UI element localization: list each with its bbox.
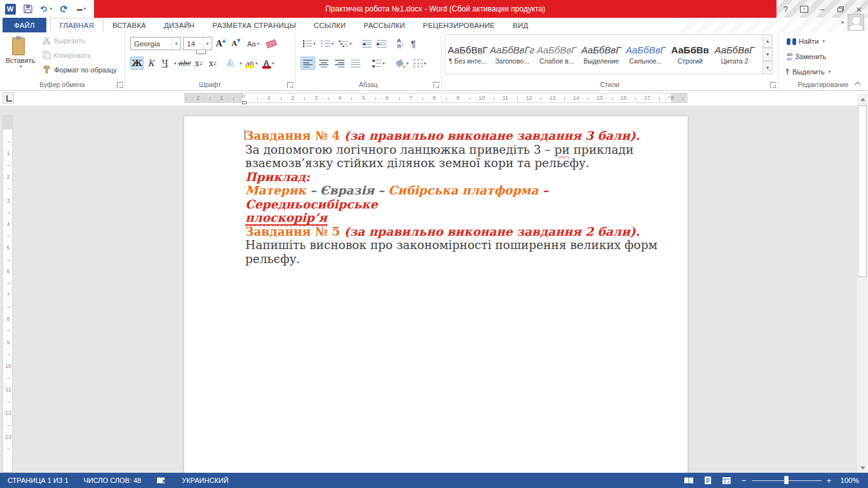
strikethrough-button[interactable]: abc	[178, 57, 192, 70]
font-size-combo[interactable]: 14▾	[183, 37, 212, 50]
tab-дизайн[interactable]: ДИЗАЙН	[155, 18, 203, 32]
undo-dropdown-caret[interactable]: ▾	[50, 6, 52, 11]
copy-button[interactable]: Копировать	[39, 49, 120, 61]
print-layout-button[interactable]	[698, 473, 717, 488]
zoom-out-button[interactable]: −	[736, 476, 752, 485]
align-left-button[interactable]	[301, 57, 315, 70]
paste-dropdown-caret[interactable]: ▾	[20, 64, 22, 69]
tab-рассылки[interactable]: РАССЫЛКИ	[355, 18, 414, 32]
document-text[interactable]: Завдання № 4 (за правильно виконане завд…	[245, 129, 672, 266]
find-button[interactable]: Найти▾	[783, 36, 834, 47]
style--без-инте-[interactable]: АаБбВвГ¶ Без инте...	[445, 35, 490, 74]
document-line[interactable]: взаємозв’язку стійких ділянок земної кор…	[245, 156, 672, 170]
collapse-ribbon-button[interactable]	[855, 81, 860, 86]
zoom-slider-thumb[interactable]	[784, 476, 789, 484]
style-заголово-[interactable]: АаБбВвГгЗаголово...	[490, 35, 534, 74]
undo-icon[interactable]: ▾	[39, 3, 52, 15]
font-dialog-launcher[interactable]	[287, 82, 294, 88]
ribbon-display-options-button[interactable]: ↑	[796, 2, 812, 16]
text-effects-button[interactable]: А	[224, 57, 237, 70]
subscript-button[interactable]: x2	[192, 57, 205, 70]
styles-more-button[interactable]: ▼̲	[763, 61, 773, 74]
underline-button[interactable]: Ч	[158, 57, 172, 70]
document-line[interactable]: Материк – Євразія – Сибірська платформа …	[245, 184, 672, 211]
word-logo-icon[interactable]: W	[4, 3, 17, 15]
right-indent-marker[interactable]	[667, 97, 672, 100]
proofing-status[interactable]	[149, 473, 174, 488]
web-layout-button[interactable]	[717, 473, 736, 488]
tab-главная[interactable]: ГЛАВНАЯ	[50, 18, 104, 32]
user-avatar[interactable]	[848, 14, 864, 30]
bullets-button[interactable]: ▾	[301, 37, 318, 50]
styles-dialog-launcher[interactable]	[770, 82, 776, 88]
italic-button[interactable]: К	[144, 57, 158, 70]
save-icon[interactable]	[22, 3, 34, 15]
redo-icon[interactable]	[57, 3, 70, 15]
document-line[interactable]: Приклад:	[245, 170, 672, 184]
shrink-font-button[interactable]: A▼	[229, 37, 243, 50]
format-painter-button[interactable]: Формат по образцу	[39, 64, 120, 76]
borders-button[interactable]: ▾	[412, 57, 428, 70]
shading-button[interactable]: ▾	[393, 57, 411, 70]
styles-scroll-down-button[interactable]: ▼	[763, 48, 773, 61]
zoom-level[interactable]: 100%	[837, 477, 868, 484]
tab-рецензирование[interactable]: РЕЦЕНЗИРОВАНИЕ	[414, 18, 504, 32]
sort-button[interactable]: АЯ↓	[395, 37, 407, 50]
line-spacing-button[interactable]: ▾	[369, 57, 387, 70]
clear-formatting-button[interactable]	[264, 37, 279, 50]
style-выделение[interactable]: АаБбВвГВыделение	[579, 35, 623, 74]
document-line[interactable]: плоскорір’я	[245, 211, 672, 225]
change-case-button[interactable]: Aa▾	[245, 37, 262, 50]
word-count[interactable]: ЧИСЛО СЛОВ: 48	[76, 473, 149, 488]
paragraph-dialog-launcher[interactable]	[433, 82, 440, 88]
font-name-combo[interactable]: Georgia▾	[130, 37, 181, 50]
cut-button[interactable]: Вырезать	[39, 35, 120, 46]
select-button[interactable]: Выделить▾	[783, 66, 834, 78]
justify-button[interactable]	[348, 57, 363, 70]
language-status[interactable]: УКРАИНСКИЙ	[174, 473, 236, 488]
minimize-button[interactable]: –	[814, 2, 831, 16]
document-line[interactable]: За допомогою логічного ланцюжка приведіт…	[245, 143, 672, 157]
style-цитата-2[interactable]: АаБбВвГЦитата 2	[712, 35, 757, 74]
replace-button[interactable]: abac Заменить	[783, 50, 834, 63]
scroll-up-button[interactable]	[857, 94, 868, 104]
read-mode-button[interactable]	[679, 473, 698, 488]
align-right-button[interactable]	[332, 57, 347, 70]
clipboard-dialog-launcher[interactable]	[117, 82, 123, 88]
grow-font-button[interactable]: A▲	[214, 37, 227, 50]
style-строгий[interactable]: АаБбВвСтрогий	[668, 35, 712, 74]
tab-stop-selector[interactable]	[3, 92, 14, 104]
style-слабое-в-[interactable]: АаБбВвГСлабое в...	[534, 35, 579, 74]
first-line-indent-marker[interactable]	[241, 92, 247, 95]
text-effects-caret[interactable]: ▾	[238, 57, 243, 70]
tab-ссылки[interactable]: ССЫЛКИ	[305, 18, 355, 32]
help-button[interactable]: ?	[777, 2, 794, 16]
document-page[interactable]: Завдання № 4 (за правильно виконане завд…	[184, 116, 688, 473]
customize-qat-icon[interactable]: ▬▾	[75, 3, 88, 15]
tab-файл[interactable]: ФАЙЛ	[3, 18, 46, 32]
numbering-button[interactable]: ▾	[319, 37, 336, 50]
scroll-down-button[interactable]	[857, 463, 868, 473]
hanging-indent-marker[interactable]	[241, 97, 247, 100]
tab-разметка-страницы[interactable]: РАЗМЕТКА СТРАНИЦЫ	[203, 18, 304, 32]
tab-вид[interactable]: ВИД	[504, 18, 537, 32]
underline-dropdown-caret[interactable]: ▾	[172, 57, 177, 70]
style-сильное-[interactable]: АаБбВвГСильное...	[623, 35, 668, 74]
multilevel-list-button[interactable]: ▾	[337, 37, 354, 50]
paste-button[interactable]: Вставить ▾	[4, 34, 37, 84]
page-count[interactable]: СТРАНИЦА 1 ИЗ 1	[0, 473, 76, 488]
scrollbar-thumb[interactable]	[858, 105, 867, 277]
tab-вставка[interactable]: ВСТАВКА	[104, 18, 155, 32]
decrease-indent-button[interactable]: ◄	[360, 37, 374, 50]
show-paragraph-marks-button[interactable]: ¶	[408, 37, 419, 50]
superscript-button[interactable]: x2	[206, 57, 219, 70]
increase-indent-button[interactable]: ►	[375, 37, 388, 50]
font-color-button[interactable]: А▾	[261, 57, 276, 70]
align-center-button[interactable]	[316, 57, 331, 70]
styles-scroll-up-button[interactable]: ▲	[763, 34, 773, 48]
zoom-in-button[interactable]: +	[822, 476, 837, 485]
document-line[interactable]: Завдання № 5 (за правильно виконане завд…	[245, 225, 672, 239]
highlight-button[interactable]: ab▾	[243, 57, 260, 70]
document-line[interactable]: Завдання № 4 (за правильно виконане завд…	[245, 129, 672, 143]
document-line[interactable]: Напишіть висновок про закономірності пош…	[245, 238, 672, 266]
